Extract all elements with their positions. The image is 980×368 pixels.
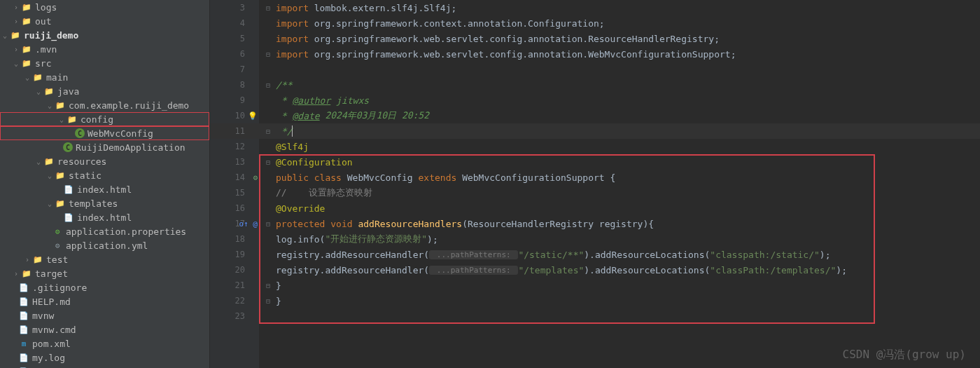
tree-item-pom[interactable]: mpom.xml: [0, 336, 209, 350]
target-folder-icon: 📁: [21, 268, 32, 279]
tree-label: mvnw.cmd: [32, 325, 76, 335]
package-icon: 📁: [55, 100, 66, 111]
tree-item-gitignore[interactable]: 📄.gitignore: [0, 280, 209, 294]
line-number: 20: [210, 262, 259, 278]
tree-label: logs: [35, 2, 57, 13]
file-icon: 📄: [18, 324, 29, 335]
code-line[interactable]: registry.addResourceHandler( ...pathPatt…: [259, 262, 980, 278]
code-line[interactable]: @Slf4j: [259, 139, 980, 154]
code-area[interactable]: ⊟import lombok.extern.slf4j.Slf4j; impor…: [259, 0, 980, 368]
param-hint: ...pathPatterns:: [429, 266, 518, 275]
line-number: 18: [210, 231, 259, 247]
tree-item-test[interactable]: ›📁test: [0, 252, 209, 266]
project-tree[interactable]: ›📁logs ›📁out ⌄📁ruiji_demo ›📁.mvn ⌄📁src ⌄…: [0, 0, 210, 368]
file-icon: 📄: [18, 310, 29, 321]
resources-folder-icon: 📁: [43, 156, 55, 167]
tree-item-springlog[interactable]: 📄spring.log: [0, 364, 209, 368]
code-editor[interactable]: 3 4 5 6 7 8 9 10💡 11 12 13 14⚙ 15 16 17o…: [210, 0, 980, 368]
tree-item-app[interactable]: CRuijiDemoApplication: [0, 140, 209, 154]
tree-label: index.html: [77, 212, 132, 223]
tree-item-mvnw[interactable]: 📄mvnw: [0, 308, 209, 322]
code-line[interactable]: log.info("开始进行静态资源映射");: [259, 231, 980, 247]
tree-item-logs[interactable]: ›📁logs: [0, 0, 209, 14]
tree-item-config[interactable]: ⌄📁config: [0, 112, 209, 126]
watermark: CSDN @冯浩(grow up): [843, 348, 967, 362]
code-line[interactable]: ⊟}: [259, 293, 980, 308]
folder-icon: 📁: [55, 170, 66, 181]
folder-icon: 📁: [21, 43, 32, 55]
line-number: 5: [210, 31, 259, 46]
run-gutter-icon[interactable]: ⚙: [253, 173, 258, 182]
code-line[interactable]: [259, 308, 980, 324]
tree-label: RuijiDemoApplication: [76, 142, 186, 153]
tree-item-mylog[interactable]: 📄my.log: [0, 350, 209, 364]
code-line[interactable]: * @date 2024年03月10日 20:52: [259, 108, 980, 123]
tree-item-java[interactable]: ⌄📁java: [0, 84, 209, 98]
source-folder-icon: 📁: [43, 86, 55, 97]
folder-icon: 📁: [55, 198, 66, 209]
tree-item-resources[interactable]: ⌄📁resources: [0, 154, 209, 168]
tree-label: .mvn: [35, 44, 57, 55]
tree-item-static[interactable]: ⌄📁static: [0, 168, 209, 182]
line-number: 4: [210, 15, 259, 31]
tree-label: src: [35, 58, 51, 69]
tree-label: mvnw: [32, 311, 54, 321]
tree-label: my.log: [32, 353, 65, 363]
tree-item-mvn[interactable]: ›📁.mvn: [0, 42, 209, 56]
tree-item-main[interactable]: ⌄📁main: [0, 70, 209, 84]
line-number: 23: [210, 308, 259, 324]
tree-item-package[interactable]: ⌄📁com.example.ruiji_demo: [0, 98, 209, 112]
tree-item-yml[interactable]: ⚙application.yml: [0, 238, 209, 252]
package-icon: 📁: [66, 114, 78, 125]
tree-item-properties[interactable]: ⚙application.properties: [0, 224, 209, 238]
line-number: 3: [210, 0, 259, 15]
tree-label: java: [57, 86, 79, 97]
code-line[interactable]: ⊟ */: [259, 123, 980, 139]
folder-icon: 📁: [32, 71, 43, 83]
tree-item-mvnwcmd[interactable]: 📄mvnw.cmd: [0, 322, 209, 336]
line-number: 15: [210, 185, 259, 200]
tree-item-target[interactable]: ›📁target: [0, 266, 209, 280]
code-line[interactable]: // 设置静态资映射: [259, 185, 980, 200]
line-number: 10💡: [210, 108, 259, 123]
tree-item-help[interactable]: 📄HELP.md: [0, 294, 209, 308]
folder-icon: 📁: [21, 57, 32, 69]
line-number: 12: [210, 139, 259, 154]
code-line[interactable]: * @author jitwxs: [259, 93, 980, 108]
code-line[interactable]: ⊟ /**: [259, 77, 980, 93]
code-line[interactable]: public class WebMvcConfig extends WebMvc…: [259, 170, 980, 185]
tree-item-out[interactable]: ›📁out: [0, 14, 209, 28]
code-line[interactable]: ⊟ }: [259, 278, 980, 293]
tree-item-templates[interactable]: ⌄📁templates: [0, 196, 209, 210]
code-line[interactable]: registry.addResourceHandler( ...pathPatt…: [259, 247, 980, 262]
code-line[interactable]: ⊟@Configuration: [259, 154, 980, 170]
tree-label: application.yml: [66, 240, 148, 251]
tree-label: target: [35, 268, 68, 279]
line-number: 21: [210, 278, 259, 293]
tree-label: WebMvcConfig: [88, 128, 153, 139]
code-line[interactable]: ⊟ protected void addResourceHandlers(Res…: [259, 216, 980, 231]
code-line[interactable]: ⊟import lombok.extern.slf4j.Slf4j;: [259, 0, 980, 15]
tree-item-index2[interactable]: 📄index.html: [0, 210, 209, 224]
tree-label: static: [69, 170, 102, 181]
code-line[interactable]: @Override: [259, 200, 980, 216]
tree-item-index1[interactable]: 📄index.html: [0, 182, 209, 196]
tree-item-project[interactable]: ⌄📁ruiji_demo: [0, 28, 209, 42]
tree-label: config: [80, 114, 113, 125]
intention-bulb-icon[interactable]: 💡: [248, 111, 258, 121]
code-line[interactable]: [259, 62, 980, 77]
tree-label: templates: [69, 198, 118, 209]
tree-label: pom.xml: [32, 339, 71, 349]
code-line[interactable]: import org.springframework.context.annot…: [259, 15, 980, 31]
code-line[interactable]: ⊟import org.springframework.web.servlet.…: [259, 46, 980, 62]
override-icon[interactable]: o↑ @: [239, 219, 258, 229]
line-number: 14⚙: [210, 170, 259, 185]
module-icon: 📁: [10, 29, 21, 41]
tree-label: resources: [57, 156, 106, 167]
tree-item-webmvcconfig[interactable]: CWebMvcConfig: [0, 126, 209, 140]
yml-icon: ⚙: [52, 240, 63, 251]
tree-item-src[interactable]: ⌄📁src: [0, 56, 209, 70]
html-icon: 📄: [63, 212, 74, 223]
tree-label: main: [46, 72, 68, 83]
code-line[interactable]: import org.springframework.web.servlet.c…: [259, 31, 980, 46]
